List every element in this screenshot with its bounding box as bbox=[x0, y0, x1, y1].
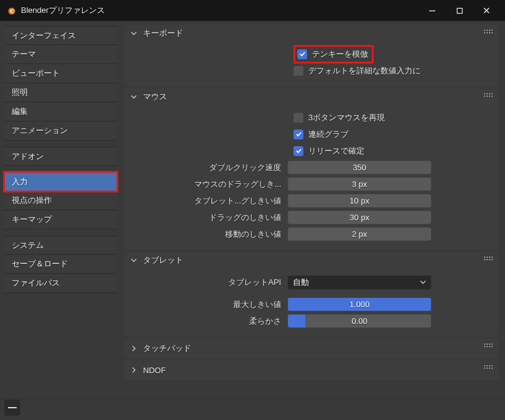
panel-keyboard-header[interactable]: キーボード bbox=[125, 25, 499, 42]
sidebar-item-label: ビューポート bbox=[12, 68, 60, 79]
sidebar-item-label: アドオン bbox=[12, 151, 44, 162]
sidebar-item-animation[interactable]: アニメーション bbox=[4, 121, 117, 141]
drag-grip-icon[interactable] bbox=[484, 257, 493, 263]
move-threshold-field[interactable]: 2 px bbox=[287, 227, 432, 241]
panel-mouse-header[interactable]: マウス bbox=[125, 88, 499, 105]
preferences-sidebar: インターフェイス テーマ ビューポート 照明 編集 アニメーション アドオン 入… bbox=[0, 21, 117, 420]
panel-touchpad: タッチパッド bbox=[125, 339, 499, 358]
panel-keyboard: キーボード テンキーを模倣 bbox=[125, 25, 499, 86]
sidebar-item-navigation[interactable]: 視点の操作 bbox=[4, 191, 117, 210]
sidebar-item-label: 編集 bbox=[12, 106, 28, 117]
panel-tablet: タブレット タブレットAPI 自動 最大しきい値 bbox=[125, 252, 499, 337]
double-click-field[interactable]: 350 bbox=[287, 160, 432, 175]
chevron-right-icon bbox=[131, 345, 139, 352]
preferences-main: キーボード テンキーを模倣 bbox=[117, 21, 505, 420]
chevron-down-icon bbox=[131, 30, 139, 36]
tablet-api-label: タブレットAPI bbox=[131, 277, 287, 288]
sidebar-item-interface[interactable]: インターフェイス bbox=[4, 26, 117, 45]
window-close-button[interactable] bbox=[473, 0, 500, 21]
max-threshold-slider[interactable]: 1.000 bbox=[287, 297, 432, 311]
panel-title: タブレット bbox=[143, 255, 183, 266]
sidebar-item-keymap[interactable]: キーマップ bbox=[4, 210, 117, 229]
move-threshold-label: 移動のしきい値 bbox=[131, 229, 287, 240]
sidebar-item-lights[interactable]: 照明 bbox=[4, 83, 117, 102]
chevron-down-icon bbox=[131, 94, 139, 100]
preferences-menu-button[interactable] bbox=[4, 400, 20, 416]
chevron-right-icon bbox=[131, 367, 139, 373]
drag-grip-icon[interactable] bbox=[484, 30, 493, 36]
sidebar-item-label: 照明 bbox=[12, 87, 28, 98]
release-confirm-checkbox[interactable] bbox=[294, 146, 303, 156]
double-click-label: ダブルクリック速度 bbox=[131, 162, 287, 173]
sidebar-item-addons[interactable]: アドオン bbox=[4, 147, 117, 166]
sidebar-item-label: テーマ bbox=[12, 49, 36, 60]
default-numeric-checkbox[interactable] bbox=[294, 66, 303, 76]
sidebar-item-label: 視点の操作 bbox=[12, 195, 52, 206]
sidebar-item-editing[interactable]: 編集 bbox=[4, 102, 117, 121]
softness-label: 柔らかさ bbox=[131, 316, 287, 327]
panel-tablet-header[interactable]: タブレット bbox=[125, 252, 499, 269]
tablet-drag-label: タブレット...グしきい値 bbox=[131, 196, 287, 207]
chevron-down-icon bbox=[420, 278, 426, 287]
panel-title: マウス bbox=[143, 91, 167, 102]
continuous-grab-checkbox[interactable] bbox=[294, 130, 303, 139]
mouse-drag-field[interactable]: 3 px bbox=[287, 177, 432, 191]
sidebar-item-save-load[interactable]: セーブ＆ロード bbox=[4, 255, 117, 274]
footer-divider bbox=[0, 398, 505, 399]
sidebar-item-label: システム bbox=[12, 240, 44, 251]
emulate-numpad-checkbox[interactable] bbox=[297, 49, 307, 59]
sidebar-item-label: インターフェイス bbox=[12, 30, 76, 41]
release-confirm-label: リリースで確定 bbox=[308, 146, 364, 157]
drag-grip-icon[interactable] bbox=[484, 365, 493, 371]
sidebar-item-system[interactable]: システム bbox=[4, 236, 117, 255]
titlebar: Blenderプリファレンス bbox=[0, 0, 505, 21]
drag-threshold-label: ドラッグのしきい値 bbox=[131, 212, 287, 223]
softness-slider[interactable]: 0.00 bbox=[287, 314, 432, 328]
emulate-numpad-highlight: テンキーを模倣 bbox=[294, 45, 374, 64]
window-title: Blenderプリファレンス bbox=[21, 5, 105, 16]
panel-title: タッチパッド bbox=[143, 343, 191, 354]
tablet-api-select[interactable]: 自動 bbox=[287, 275, 432, 290]
svg-point-2 bbox=[11, 10, 13, 12]
sidebar-item-label: セーブ＆ロード bbox=[12, 258, 68, 270]
svg-rect-4 bbox=[457, 8, 462, 13]
drag-grip-icon[interactable] bbox=[484, 93, 493, 99]
sidebar-item-label: キーマップ bbox=[12, 214, 52, 225]
max-threshold-label: 最大しきい値 bbox=[131, 299, 287, 310]
panel-title: キーボード bbox=[143, 28, 183, 39]
window-minimize-button[interactable] bbox=[419, 0, 446, 21]
mouse-drag-label: マウスのドラッグしき... bbox=[131, 179, 287, 190]
continuous-grab-label: 連続グラブ bbox=[308, 129, 348, 140]
drag-grip-icon[interactable] bbox=[484, 344, 493, 350]
panel-ndof: NDOF bbox=[125, 360, 499, 380]
sidebar-item-input[interactable]: 入力 bbox=[4, 172, 117, 191]
chevron-down-icon bbox=[131, 257, 139, 263]
panel-title: NDOF bbox=[143, 366, 166, 375]
tablet-drag-field[interactable]: 10 px bbox=[287, 194, 432, 208]
hamburger-icon bbox=[8, 407, 17, 408]
sidebar-item-viewport[interactable]: ビューポート bbox=[4, 64, 117, 83]
window-maximize-button[interactable] bbox=[446, 0, 473, 21]
emulate-3button-checkbox[interactable] bbox=[294, 113, 303, 123]
sidebar-item-label: アニメーション bbox=[12, 125, 68, 136]
panel-mouse: マウス 3ボタンマウスを再現 連続グラブ リリースで確定 ダブルクリック速度 bbox=[125, 88, 499, 250]
drag-threshold-field[interactable]: 30 px bbox=[287, 210, 432, 224]
emulate-numpad-label: テンキーを模倣 bbox=[312, 49, 368, 60]
sidebar-item-label: 入力 bbox=[12, 176, 28, 187]
sidebar-item-label: ファイルパス bbox=[12, 278, 60, 289]
default-numeric-label: デフォルトを詳細な数値入力に bbox=[308, 65, 421, 76]
svg-rect-3 bbox=[429, 10, 435, 11]
emulate-3button-label: 3ボタンマウスを再現 bbox=[308, 112, 385, 123]
blender-logo-icon bbox=[6, 6, 16, 15]
sidebar-item-filepaths[interactable]: ファイルパス bbox=[4, 274, 117, 293]
panel-ndof-header[interactable]: NDOF bbox=[125, 360, 499, 380]
panel-touchpad-header[interactable]: タッチパッド bbox=[125, 339, 499, 358]
sidebar-item-theme[interactable]: テーマ bbox=[4, 45, 117, 64]
